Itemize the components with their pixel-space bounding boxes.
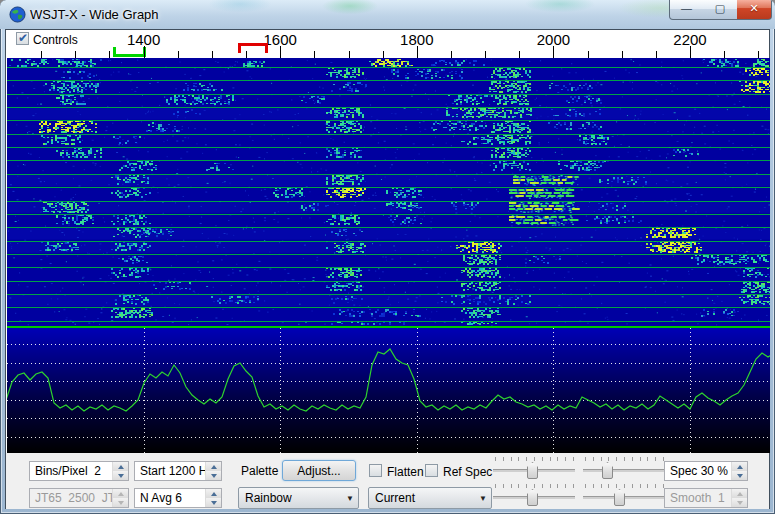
waterfall-display[interactable]	[7, 58, 770, 326]
scale-tick	[690, 46, 691, 58]
scale-tick	[588, 51, 589, 58]
spinner-arrows-icon	[112, 489, 128, 507]
scale-tick	[417, 46, 418, 58]
scale-tick	[349, 51, 350, 58]
n-avg-value: N Avg 6	[135, 491, 205, 505]
spectrum-gain-slider[interactable]	[491, 483, 577, 509]
scale-tick	[314, 51, 315, 58]
chevron-down-icon: ▼	[342, 494, 358, 503]
scale-tick	[280, 46, 281, 58]
n-avg-spinbox[interactable]: N Avg 6	[134, 488, 222, 508]
palette-dropdown-value: Rainbow	[239, 491, 342, 505]
scale-tick	[109, 51, 110, 58]
palette-label: Palette	[241, 464, 278, 478]
controls-checkbox[interactable]	[16, 32, 29, 45]
smooth-value: Smooth 1	[665, 491, 731, 505]
slider-groove	[583, 469, 665, 472]
spinner-arrows-icon[interactable]	[205, 462, 221, 480]
slider-ticks	[495, 484, 573, 489]
scale-tick	[553, 46, 554, 58]
spec-percent-spinbox[interactable]: Spec 30 %	[664, 461, 748, 481]
scale-tick	[212, 51, 213, 58]
spinner-arrows-icon[interactable]	[731, 462, 747, 480]
wide-graph-window: WSJT-X - Wide Graph — ▢ ✕ Controls 1400 …	[0, 0, 775, 514]
flatten-checkbox[interactable]	[369, 464, 382, 477]
waterfall-zero-slider[interactable]	[581, 456, 667, 482]
spinner-arrows-icon[interactable]	[112, 462, 128, 480]
slider-handle[interactable]	[602, 462, 613, 479]
spectrum-zero-slider[interactable]	[581, 483, 667, 509]
scale-tick	[246, 51, 247, 58]
jt65-jt9-split-spinbox: JT65 2500 JT9	[29, 488, 129, 508]
ref-spec-label: Ref Spec	[443, 465, 492, 479]
spectrum-mode-value: Current	[369, 491, 475, 505]
scale-tick	[656, 51, 657, 58]
scale-tick	[178, 51, 179, 58]
slider-ticks	[585, 457, 663, 462]
scale-tick	[144, 46, 145, 58]
title-bar[interactable]: WSJT-X - Wide Graph — ▢ ✕	[0, 0, 775, 29]
minimize-button[interactable]: —	[669, 0, 704, 20]
maximize-button[interactable]: ▢	[703, 0, 738, 20]
wsjtx-globe-icon	[9, 6, 26, 23]
close-button[interactable]: ✕	[737, 0, 772, 20]
rx-band-marker	[113, 47, 146, 57]
minimize-icon: —	[681, 3, 692, 14]
bins-per-pixel-spinbox[interactable]: Bins/Pixel 2	[29, 461, 129, 481]
spectrum-display[interactable]	[7, 328, 770, 453]
window-title: WSJT-X - Wide Graph	[30, 7, 159, 22]
control-panel: Bins/Pixel 2 Start 1200 Hz Palette Adjus…	[6, 453, 769, 509]
palette-dropdown[interactable]: Rainbow ▼	[238, 487, 359, 509]
start-frequency-value: Start 1200 Hz	[135, 464, 205, 478]
start-frequency-spinbox[interactable]: Start 1200 Hz	[134, 461, 222, 481]
smooth-spinbox: Smooth 1	[664, 488, 748, 508]
scale-tick	[758, 51, 759, 58]
spectrum-mode-dropdown[interactable]: Current ▼	[368, 487, 492, 509]
slider-handle[interactable]	[614, 489, 625, 506]
scale-tick	[75, 51, 76, 58]
scale-tick	[451, 51, 452, 58]
scale-tick	[383, 51, 384, 58]
slider-handle[interactable]	[527, 489, 538, 506]
spec-percent-value: Spec 30 %	[665, 464, 731, 478]
scale-tick	[519, 51, 520, 58]
scale-tick	[622, 51, 623, 58]
spinner-arrows-icon	[731, 489, 747, 507]
waterfall-gain-slider[interactable]	[491, 456, 577, 482]
flatten-label: Flatten	[387, 465, 424, 479]
maximize-icon: ▢	[715, 3, 725, 14]
adjust-palette-button[interactable]: Adjust...	[282, 460, 356, 481]
controls-checkbox-label: Controls	[33, 33, 78, 47]
scale-tick	[41, 51, 42, 58]
slider-ticks	[495, 457, 573, 462]
slider-handle[interactable]	[527, 462, 538, 479]
scale-tick	[724, 51, 725, 58]
frequency-scale: Controls 1400 1600 1800 2000 2200	[6, 30, 769, 58]
scale-tick	[485, 51, 486, 58]
slider-ticks	[585, 484, 663, 489]
tx-band-marker	[238, 43, 268, 53]
spinner-arrows-icon[interactable]	[205, 489, 221, 507]
bins-per-pixel-value: Bins/Pixel 2	[30, 464, 112, 478]
ref-spec-checkbox[interactable]	[425, 464, 438, 477]
jt65-jt9-split-value: JT65 2500 JT9	[30, 491, 112, 505]
chevron-down-icon: ▼	[475, 494, 491, 503]
client-area: Controls 1400 1600 1800 2000 2200 Bins/P…	[5, 29, 770, 509]
close-icon: ✕	[749, 3, 758, 14]
